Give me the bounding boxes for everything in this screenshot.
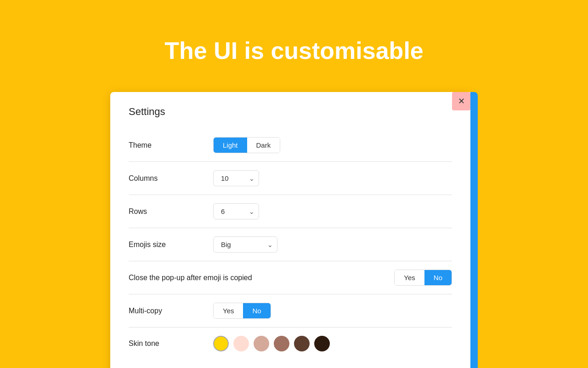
skin-tone-dark[interactable] <box>314 336 330 351</box>
close-popup-toggle-group: Yes No <box>394 270 452 286</box>
multi-copy-yes-button[interactable]: Yes <box>214 303 243 318</box>
skin-tone-light[interactable] <box>233 336 249 351</box>
close-popup-label: Close the pop-up after emoji is copied <box>129 274 252 282</box>
close-popup-row: Close the pop-up after emoji is copied Y… <box>129 261 452 294</box>
emojis-size-select[interactable]: Small Medium Big Extra Big <box>213 236 277 253</box>
theme-toggle-group: Light Dark <box>213 137 280 153</box>
rows-select-wrapper: 3 4 5 6 7 8 9 10 ⌄ <box>213 203 259 219</box>
rows-row: Rows 3 4 5 6 7 8 9 10 ⌄ <box>129 195 452 228</box>
skin-tone-row: Skin tone <box>129 328 452 360</box>
dialog-title: Settings <box>129 106 165 118</box>
skin-tone-medium[interactable] <box>274 336 289 351</box>
theme-dark-button[interactable]: Dark <box>247 138 280 153</box>
theme-label: Theme <box>129 141 202 150</box>
rows-select[interactable]: 3 4 5 6 7 8 9 10 <box>213 203 259 219</box>
settings-dialog: Settings Theme Light Dark Columns 5 6 7 … <box>110 92 478 368</box>
columns-row: Columns 5 6 7 8 9 10 11 12 ⌄ <box>129 162 452 195</box>
dialog-header: Settings <box>129 106 452 118</box>
skin-tone-group <box>213 336 330 351</box>
skin-tone-label: Skin tone <box>129 339 202 348</box>
close-button[interactable]: ✕ <box>452 92 470 110</box>
theme-light-button[interactable]: Light <box>214 138 247 153</box>
multi-copy-no-button[interactable]: No <box>243 303 270 318</box>
emojis-size-row: Emojis size Small Medium Big Extra Big ⌄ <box>129 228 452 261</box>
multi-copy-label: Multi-copy <box>129 307 202 315</box>
columns-select[interactable]: 5 6 7 8 9 10 11 12 <box>213 170 259 186</box>
emojis-size-label: Emojis size <box>129 241 202 249</box>
close-popup-no-button[interactable]: No <box>424 270 452 285</box>
page-title: The UI is customisable <box>164 37 424 64</box>
skin-tone-medium-dark[interactable] <box>294 336 310 351</box>
multi-copy-toggle-group: Yes No <box>213 303 271 319</box>
skin-tone-yellow[interactable] <box>213 336 229 351</box>
emojis-size-select-wrapper: Small Medium Big Extra Big ⌄ <box>213 236 277 253</box>
dialog-body: Settings Theme Light Dark Columns 5 6 7 … <box>110 92 470 368</box>
dialog-sidebar <box>470 92 478 368</box>
columns-select-wrapper: 5 6 7 8 9 10 11 12 ⌄ <box>213 170 259 186</box>
multi-copy-row: Multi-copy Yes No <box>129 294 452 328</box>
close-popup-yes-button[interactable]: Yes <box>395 270 424 285</box>
columns-label: Columns <box>129 174 202 183</box>
rows-label: Rows <box>129 207 202 216</box>
theme-row: Theme Light Dark <box>129 129 452 162</box>
skin-tone-medium-light[interactable] <box>254 336 269 351</box>
